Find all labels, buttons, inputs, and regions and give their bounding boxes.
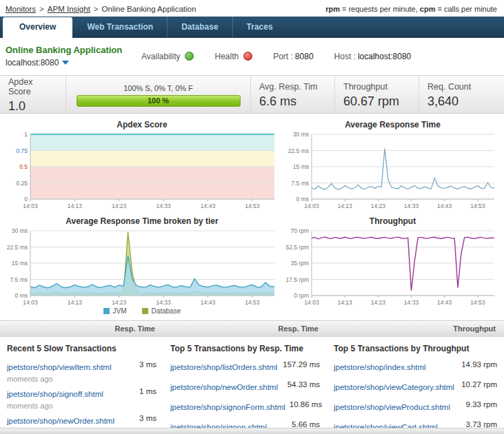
transactions-header: Resp. Time Resp. Time Throughput xyxy=(0,320,504,337)
svg-text:14:03: 14:03 xyxy=(23,299,38,306)
transaction-row: jpetstore/shop/viewCategory.shtml10.27 r… xyxy=(334,380,497,400)
chart-canvas: 14:0314:1314:2314:3314:4314:5370 rpm52.5… xyxy=(285,227,500,307)
host-dropdown[interactable]: localhost:8080 xyxy=(6,58,133,68)
apdex-metric-value: 1.0 xyxy=(8,99,57,114)
recent-slow-transactions-list: jpetstore/shop/viewItem.shtmlmoments ago… xyxy=(7,360,157,434)
avg-response-chart-box: Average Response Time 14:0314:1314:2314:… xyxy=(285,118,500,210)
tab-web-transaction[interactable]: Web Transaction xyxy=(73,17,167,38)
transaction-link[interactable]: jpetstore/shop/signonForm.shtml xyxy=(170,403,285,411)
svg-text:14:33: 14:33 xyxy=(156,299,171,306)
top-transactions-resp-time-list: jpetstore/shop/listOrders.shtml157.29 ms… xyxy=(170,360,320,434)
transaction-row: jpetstore/shop/signonForm.shtml10.86 ms xyxy=(170,400,320,420)
tab-traces[interactable]: Traces xyxy=(232,17,287,38)
transaction-info: jpetstore/shop/listOrders.shtml xyxy=(170,360,277,373)
tab-database[interactable]: Database xyxy=(167,17,232,38)
transaction-info: jpetstore/shop/index.shtml xyxy=(334,360,426,373)
throughput-label: Throughput xyxy=(343,82,410,92)
tab-overview[interactable]: Overview xyxy=(3,17,72,38)
transaction-link[interactable]: jpetstore/shop/viewProduct.shtml xyxy=(334,403,450,411)
svg-text:14:03: 14:03 xyxy=(304,299,319,306)
top-transactions-throughput-list: jpetstore/shop/index.shtml14.93 rpmjpets… xyxy=(334,360,497,434)
svg-text:0 rpm: 0 rpm xyxy=(294,292,309,299)
availability-label: Availability xyxy=(141,52,180,61)
transaction-age: moments ago xyxy=(7,402,103,410)
top-transactions-throughput-title: Top 5 Transactions by Throughput xyxy=(334,344,497,353)
top-bar: Monitors>APM Insight>Online Banking Appl… xyxy=(0,0,504,17)
svg-text:15 ms: 15 ms xyxy=(12,260,28,267)
request-count-label: Req. Count xyxy=(427,82,496,92)
transaction-value: 157.29 ms xyxy=(279,360,320,369)
rpm-definition: = requests per minute, xyxy=(340,5,420,13)
transaction-age: moments ago xyxy=(7,375,111,383)
svg-text:14:23: 14:23 xyxy=(371,299,386,306)
legend-swatch-icon xyxy=(142,308,148,314)
svg-text:14:53: 14:53 xyxy=(245,299,260,306)
transaction-value: 14.93 rpm xyxy=(457,360,497,369)
tier-chart-title: Average Response Time broken by tier xyxy=(4,216,280,226)
svg-text:17.5 rpm: 17.5 rpm xyxy=(285,276,309,283)
transaction-value: 3 ms xyxy=(135,360,157,369)
recent-slow-transactions-title: Recent 5 Slow Transactions xyxy=(7,344,157,353)
transaction-value: 54.33 ms xyxy=(283,380,320,389)
transaction-link[interactable]: jpetstore/shop/viewCategory.shtml xyxy=(334,383,454,391)
svg-text:14:53: 14:53 xyxy=(470,299,485,306)
avg-response-label: Avg. Resp. Tim xyxy=(259,82,326,92)
top-transactions-resp-time-column: Top 5 Transactions by Resp. Time jpetsto… xyxy=(163,337,327,434)
breadcrumb-separator: > xyxy=(39,5,44,13)
apdex-chart-title: Apdex Score xyxy=(4,120,280,130)
svg-text:15 ms: 15 ms xyxy=(293,163,309,170)
transaction-info: jpetstore/shop/viewCategory.shtml xyxy=(334,380,454,393)
transaction-link[interactable]: jpetstore/shop/newOrder.shtml xyxy=(7,417,114,425)
transaction-info: jpetstore/shop/signoff.shtmlmoments ago xyxy=(7,387,103,410)
throughput-chart-title: Throughput xyxy=(285,216,500,226)
apdex-chart: 14:0314:1314:2314:3314:4314:5310.750.50.… xyxy=(4,130,280,210)
svg-text:0.25: 0.25 xyxy=(16,180,28,187)
svg-text:22.5 ms: 22.5 ms xyxy=(7,244,28,251)
summary-metrics: Apdex Score 1.0 100% S, 0% T, 0% F 100 %… xyxy=(0,75,504,114)
transaction-info: jpetstore/shop/viewItem.shtmlmoments ago xyxy=(7,360,111,383)
transaction-row: jpetstore/shop/newOrder.shtml54.33 ms xyxy=(170,380,320,400)
svg-text:0: 0 xyxy=(24,196,28,203)
svg-text:14:33: 14:33 xyxy=(404,203,419,209)
svg-text:0.75: 0.75 xyxy=(16,147,28,154)
svg-text:7.5 ms: 7.5 ms xyxy=(291,180,309,187)
svg-text:35 rpm: 35 rpm xyxy=(291,260,309,267)
transaction-link[interactable]: jpetstore/shop/listOrders.shtml xyxy=(170,363,277,371)
application-identity: Online Banking Application localhost:808… xyxy=(6,45,133,68)
avg-response-value: 6.6 ms xyxy=(259,94,326,109)
svg-text:14:33: 14:33 xyxy=(404,299,419,306)
port-value: 8080 xyxy=(295,52,314,61)
breadcrumb: Monitors>APM Insight>Online Banking Appl… xyxy=(6,5,196,13)
rpm-term: rpm xyxy=(325,5,340,13)
health-critical-icon[interactable] xyxy=(243,52,252,61)
availability-up-icon[interactable] xyxy=(185,52,194,61)
host-info: Host :localhost:8080 xyxy=(334,52,412,61)
application-status: Availability Health Port :8080 Host :loc… xyxy=(133,52,497,61)
svg-text:14:13: 14:13 xyxy=(68,299,83,306)
transaction-link[interactable]: jpetstore/shop/index.shtml xyxy=(334,363,426,371)
svg-text:14:03: 14:03 xyxy=(23,203,38,209)
svg-text:0 ms: 0 ms xyxy=(15,292,28,299)
apdex-metric-label: Apdex Score xyxy=(8,77,57,96)
avg-response-chart: 14:0314:1314:2314:3314:4314:5330 ms22.5 … xyxy=(285,130,500,210)
legend-swatch-icon xyxy=(103,308,110,314)
chart-canvas: 14:0314:1314:2314:3314:4314:5330 ms22.5 … xyxy=(285,130,500,210)
breadcrumb-apm-insight[interactable]: APM Insight xyxy=(48,5,90,13)
health-status: Health xyxy=(214,52,252,61)
breadcrumb-monitors[interactable]: Monitors xyxy=(6,5,36,13)
cpm-definition: = calls per minute xyxy=(435,5,497,13)
host-label: Host : xyxy=(334,52,356,61)
transaction-link[interactable]: jpetstore/shop/newOrder.shtml xyxy=(170,383,278,391)
svg-text:14:13: 14:13 xyxy=(338,299,353,306)
throughput-value: 60.67 rpm xyxy=(343,94,410,109)
transaction-link[interactable]: jpetstore/shop/signoff.shtml xyxy=(7,390,103,398)
svg-text:14:53: 14:53 xyxy=(470,203,485,209)
apdex-distribution-caption: 100% S, 0% T, 0% F xyxy=(123,84,193,92)
port-label: Port : xyxy=(273,52,293,61)
transaction-row: jpetstore/shop/listOrders.shtml157.29 ms xyxy=(170,360,320,380)
svg-text:14:13: 14:13 xyxy=(68,203,83,209)
clipped-section-divider xyxy=(0,428,504,434)
transaction-value: 3 ms xyxy=(135,414,157,422)
svg-text:14:13: 14:13 xyxy=(338,203,353,209)
transaction-link[interactable]: jpetstore/shop/viewItem.shtml xyxy=(7,363,111,371)
